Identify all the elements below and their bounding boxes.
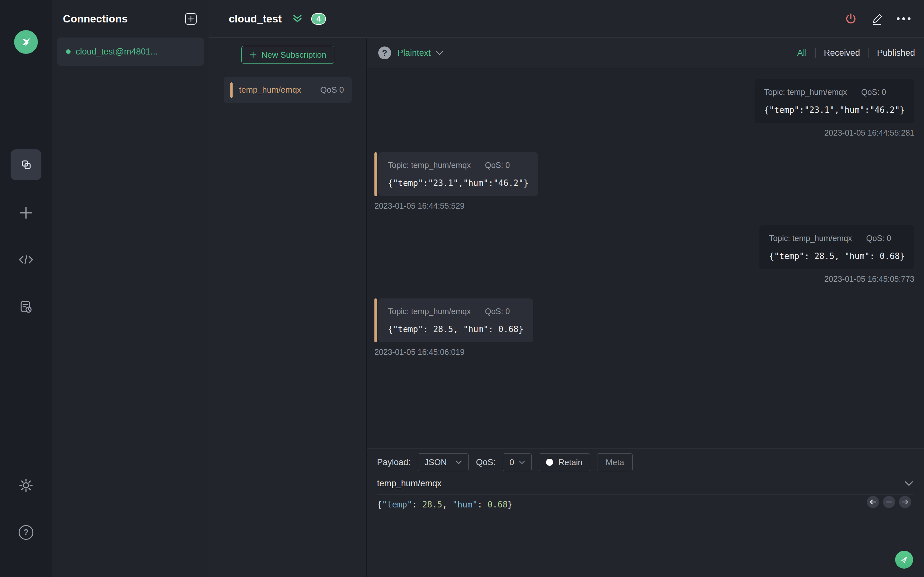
editor-token: "hum" bbox=[452, 500, 477, 509]
message-timestamp: 2023-01-05 16:45:06:019 bbox=[375, 348, 465, 357]
collapse-chevron-icon[interactable] bbox=[292, 14, 303, 24]
sidebar-item-help[interactable]: ? bbox=[11, 517, 41, 548]
log-icon bbox=[19, 300, 33, 314]
editor-token: 0.68 bbox=[487, 500, 507, 509]
icon-sidebar: ? bbox=[0, 0, 52, 577]
more-options-button[interactable] bbox=[896, 11, 911, 27]
retain-toggle[interactable]: Retain bbox=[539, 453, 590, 471]
plus-icon bbox=[188, 16, 194, 22]
message-timestamp: 2023-01-05 16:44:55:281 bbox=[824, 128, 914, 137]
sidebar-item-log[interactable] bbox=[11, 292, 41, 322]
power-icon bbox=[845, 13, 857, 25]
payload-editor[interactable]: {"temp": 28.5, "hum": 0.68} bbox=[377, 500, 913, 509]
message-qos: QoS: 0 bbox=[485, 161, 510, 170]
chevron-down-icon bbox=[436, 51, 443, 55]
tab-received[interactable]: Received bbox=[824, 48, 860, 58]
history-forward-button[interactable] bbox=[899, 496, 911, 508]
connections-panel: Connections cloud_test@m4801... bbox=[52, 0, 209, 577]
publish-toolbar: Payload: JSON QoS: 0 bbox=[377, 453, 913, 472]
subscription-color-bar bbox=[230, 82, 233, 98]
format-help-icon[interactable]: ? bbox=[378, 47, 391, 59]
payload-label: Payload: bbox=[377, 458, 411, 467]
arrow-right-icon bbox=[901, 499, 909, 505]
collapse-editor-chevron-icon[interactable] bbox=[905, 481, 913, 486]
retain-dot-icon bbox=[546, 459, 553, 466]
connections-title: Connections bbox=[63, 13, 128, 25]
tab-divider bbox=[815, 48, 816, 58]
connection-list-item[interactable]: cloud_test@m4801... bbox=[57, 37, 204, 66]
chevron-down-icon bbox=[519, 461, 525, 464]
disconnect-button[interactable] bbox=[843, 11, 859, 27]
tab-published[interactable]: Published bbox=[877, 48, 915, 58]
qos-label: QoS: bbox=[476, 458, 496, 467]
minus-icon bbox=[886, 501, 892, 503]
message-bubble[interactable]: Topic: temp_hum/emqx QoS: 0 {"temp":"23.… bbox=[754, 79, 914, 123]
subscription-topic: temp_hum/emqx bbox=[239, 85, 301, 95]
topic-row: temp_hum/emqx bbox=[377, 479, 913, 488]
message-bubble[interactable]: Topic: temp_hum/emqx QoS: 0 {"temp":"23.… bbox=[378, 152, 538, 196]
history-nav bbox=[867, 496, 911, 508]
editor-token: 28.5 bbox=[422, 500, 443, 509]
history-back-button[interactable] bbox=[867, 496, 879, 508]
message-list: Topic: temp_hum/emqx QoS: 0 {"temp":"23.… bbox=[367, 68, 924, 448]
connections-icon bbox=[19, 158, 33, 172]
connections-header: Connections bbox=[52, 0, 209, 37]
editor-divider bbox=[377, 494, 913, 495]
topic-input[interactable]: temp_hum/emqx bbox=[377, 479, 441, 488]
message-topic: Topic: temp_hum/emqx bbox=[388, 307, 471, 316]
message-published: Topic: temp_hum/emqx QoS: 0 {"temp": 28.… bbox=[375, 226, 914, 284]
meta-button[interactable]: Meta bbox=[597, 453, 633, 471]
main-area: cloud_test 4 bbox=[209, 0, 924, 577]
edit-connection-button[interactable] bbox=[869, 11, 885, 27]
message-filter-tabs: All Received Published bbox=[797, 48, 915, 58]
subscription-item[interactable]: temp_hum/emqx QoS 0 bbox=[224, 77, 352, 103]
connection-title: cloud_test bbox=[229, 13, 282, 25]
message-timestamp: 2023-01-05 16:44:55:529 bbox=[375, 201, 465, 211]
history-clear-button[interactable] bbox=[883, 496, 895, 508]
code-icon bbox=[18, 253, 34, 266]
message-qos: QoS: 0 bbox=[861, 87, 886, 97]
sidebar-item-new-connection[interactable] bbox=[11, 197, 41, 228]
subscription-color-bar bbox=[375, 298, 377, 342]
message-bubble[interactable]: Topic: temp_hum/emqx QoS: 0 {"temp": 28.… bbox=[759, 226, 914, 269]
editor-token: "temp" bbox=[382, 500, 412, 509]
subscriptions-panel: New Subscription temp_hum/emqx QoS 0 bbox=[209, 38, 367, 577]
tab-all[interactable]: All bbox=[797, 48, 807, 58]
pencil-icon bbox=[871, 13, 884, 25]
subscription-qos: QoS 0 bbox=[320, 85, 344, 95]
message-topic: Topic: temp_hum/emqx bbox=[388, 161, 471, 170]
new-subscription-button[interactable]: New Subscription bbox=[241, 46, 334, 64]
send-icon bbox=[899, 555, 909, 564]
add-connection-button[interactable] bbox=[185, 13, 197, 25]
payload-format-value: JSON bbox=[425, 458, 447, 467]
message-qos: QoS: 0 bbox=[485, 307, 510, 316]
chevron-down-icon bbox=[456, 460, 462, 464]
message-timestamp: 2023-01-05 16:45:05:773 bbox=[824, 274, 914, 284]
retain-label: Retain bbox=[558, 458, 582, 467]
gear-icon bbox=[18, 478, 34, 493]
editor-token: } bbox=[507, 500, 513, 509]
arrow-left-icon bbox=[869, 499, 877, 505]
plus-icon bbox=[19, 205, 33, 220]
messages-toolbar: ? Plaintext All Received Published bbox=[367, 38, 924, 68]
editor-token: : bbox=[477, 500, 487, 509]
connection-status-dot bbox=[66, 49, 71, 54]
plus-icon bbox=[249, 51, 257, 59]
sidebar-item-connections[interactable] bbox=[11, 149, 41, 180]
mqttx-logo-icon[interactable] bbox=[14, 30, 38, 54]
message-qos: QoS: 0 bbox=[866, 234, 891, 243]
message-received: Topic: temp_hum/emqx QoS: 0 {"temp": 28.… bbox=[375, 298, 914, 357]
sidebar-item-settings[interactable] bbox=[11, 470, 41, 501]
qos-select[interactable]: 0 bbox=[503, 453, 531, 471]
message-format-select[interactable]: Plaintext bbox=[397, 48, 443, 58]
send-button[interactable] bbox=[895, 551, 913, 569]
sidebar-item-script[interactable] bbox=[11, 244, 41, 275]
messages-panel: ? Plaintext All Received Published bbox=[367, 38, 924, 577]
message-payload: {"temp":"23.1","hum":"46.2"} bbox=[388, 178, 528, 188]
editor-token: , bbox=[443, 500, 452, 509]
message-received: Topic: temp_hum/emqx QoS: 0 {"temp":"23.… bbox=[375, 152, 914, 211]
message-payload: {"temp":"23.1","hum":"46.2"} bbox=[764, 105, 905, 115]
message-bubble[interactable]: Topic: temp_hum/emqx QoS: 0 {"temp": 28.… bbox=[378, 298, 533, 342]
message-topic: Topic: temp_hum/emqx bbox=[764, 87, 847, 97]
payload-format-select[interactable]: JSON bbox=[418, 453, 469, 471]
